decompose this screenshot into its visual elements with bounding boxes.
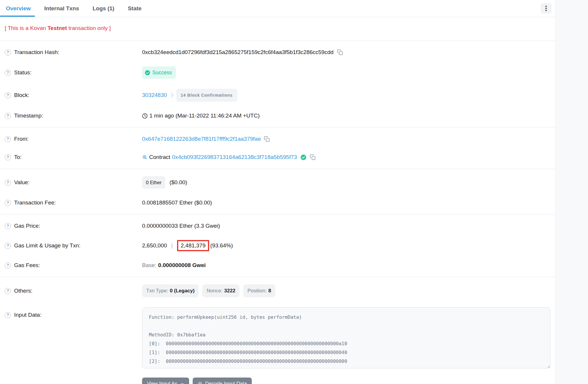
row-input-data: Input Data: Function: performUpkeep(uint… [5, 302, 550, 373]
position-badge: Position:8 [243, 284, 275, 297]
gas-limit-value: 2,650,000 [142, 242, 167, 250]
nonce-value: 3222 [224, 287, 235, 295]
tab-logs[interactable]: Logs (1) [93, 0, 114, 17]
gas-price-label: Gas Price: [14, 222, 40, 230]
help-icon[interactable] [5, 49, 11, 56]
gas-price-value: 0.0000000033 Ether (3.3 Gwei) [142, 222, 220, 230]
to-label: To: [14, 153, 21, 161]
transaction-card: Overview Internal Txns Logs (1) State [ … [0, 0, 555, 384]
row-transaction-hash: Transaction Hash: 0xcb324eedcd1d07296fdf… [5, 43, 550, 61]
tab-state[interactable]: State [128, 0, 141, 17]
page-background-gutter [555, 0, 588, 384]
gas-limit-label: Gas Limit & Usage by Txn: [14, 242, 81, 250]
row-transaction-fee: Transaction Fee: 0.0081885507 Ether ($0.… [5, 194, 550, 212]
position-name: Position: [247, 287, 266, 295]
help-icon[interactable] [5, 70, 11, 76]
copy-txn-hash-button[interactable] [337, 49, 343, 55]
row-status: Status: Success [5, 61, 550, 84]
nonce-badge: Nonce:3222 [202, 284, 239, 297]
row-from: From: 0x647e7168122263d8e7f81f17fff9c2f1… [5, 130, 550, 148]
check-circle-icon [145, 70, 150, 75]
from-label: From: [14, 135, 29, 143]
block-number-link[interactable]: 30324830 [142, 91, 167, 99]
help-icon[interactable] [5, 200, 11, 206]
copy-icon [310, 154, 316, 160]
copy-icon [264, 136, 270, 142]
section-overview-top: Transaction Hash: 0xcb324eedcd1d07296fdf… [0, 41, 555, 127]
kebab-menu-icon [545, 8, 547, 9]
help-icon[interactable] [5, 288, 11, 294]
decode-input-data-label: Decode Input Data [205, 381, 247, 384]
gas-fees-label: Gas Fees: [14, 261, 40, 269]
confirmations-arrow [171, 92, 175, 99]
transaction-fee-label: Transaction Fee: [14, 199, 56, 207]
copy-from-address-button[interactable] [264, 136, 270, 142]
others-label: Others: [14, 287, 32, 295]
transaction-hash-value: 0xcb324eedcd1d07296fdf3d215a2865275f159c… [142, 48, 334, 56]
input-data-label: Input Data: [14, 311, 41, 319]
row-others: Others: Txn Type:0 (Legacy) Nonce:3222 P… [5, 279, 550, 302]
transaction-hash-label: Transaction Hash: [14, 48, 59, 56]
to-address-link[interactable]: 0x4cb093f226983713164a62138c3f718a5b595f… [172, 153, 297, 161]
tab-overview[interactable]: Overview [6, 0, 31, 17]
txn-type-name: Txn Type: [146, 287, 168, 295]
base-fee-value: 0.000000008 Gwei [158, 261, 206, 269]
help-icon[interactable] [5, 136, 11, 142]
more-options-button[interactable] [541, 3, 552, 14]
section-others-input: Others: Txn Type:0 (Legacy) Nonce:3222 P… [0, 277, 555, 376]
help-icon[interactable] [5, 92, 11, 98]
tab-internal-txns[interactable]: Internal Txns [44, 0, 79, 17]
row-timestamp: Timestamp: 1 min ago (Mar-11-2022 11:46:… [5, 107, 550, 125]
timestamp-value: 1 min ago (Mar-11-2022 11:46:24 AM +UTC) [149, 112, 260, 120]
help-icon[interactable] [5, 262, 11, 269]
notice-suffix: transaction only ] [67, 25, 111, 31]
copy-icon [337, 49, 343, 55]
help-icon[interactable] [5, 312, 11, 318]
row-to: To: Contract 0x4cb093f226983713164a62138… [5, 148, 550, 166]
help-icon[interactable] [5, 113, 11, 119]
block-label: Block: [14, 91, 29, 99]
nonce-name: Nonce: [206, 287, 222, 295]
tab-bar: Overview Internal Txns Logs (1) State [0, 0, 555, 17]
view-input-as-button[interactable]: View Input As [142, 378, 189, 384]
position-value: 8 [268, 287, 271, 295]
gas-used-value: 2,481,379 [181, 242, 206, 249]
row-gas-limit-usage: Gas Limit & Usage by Txn: 2,650,000 | 2,… [5, 235, 550, 256]
status-text: Success [152, 68, 172, 77]
gas-used-percent: (93.64%) [210, 242, 233, 250]
help-icon[interactable] [5, 223, 11, 229]
input-data-actions: View Input As Decode Input Data [142, 378, 550, 384]
zoom-in-icon[interactable] [142, 155, 147, 160]
transaction-fee-value: 0.0081885507 Ether ($0.00) [142, 199, 212, 207]
gas-separator: | [171, 242, 173, 250]
help-icon[interactable] [5, 243, 11, 249]
from-address-link[interactable]: 0x647e7168122263d8e7f81f17fff9c2f1aa379f… [142, 135, 261, 143]
copy-to-address-button[interactable] [310, 154, 316, 160]
value-usd: ($0.00) [169, 178, 187, 187]
section-addresses: From: 0x647e7168122263d8e7f81f17fff9c2f1… [0, 128, 555, 169]
ether-value-badge: 0 Ether [142, 176, 165, 189]
notice-bold: Testnet [47, 25, 67, 31]
transaction-details-page: Overview Internal Txns Logs (1) State [ … [0, 0, 588, 384]
value-label: Value: [14, 178, 29, 187]
row-gas-fees: Gas Fees: Base: 0.000000008 Gwei [5, 256, 550, 274]
to-type: Contract [149, 153, 170, 161]
view-input-as-label: View Input As [147, 381, 177, 384]
block-confirmations-badge: 14 Block Confirmations [176, 89, 237, 102]
status-label: Status: [14, 68, 31, 77]
help-icon[interactable] [5, 154, 11, 160]
clock-icon [142, 113, 148, 119]
gas-used-highlight-box: 2,481,379 [177, 240, 209, 251]
section-value-fee: Value: 0 Ether ($0.00) Transaction Fee: … [0, 169, 555, 214]
notice-prefix: [ This is a Kovan [5, 25, 47, 31]
timestamp-label: Timestamp: [14, 112, 43, 120]
status-badge: Success [142, 66, 176, 79]
decode-input-data-button[interactable]: Decode Input Data [193, 378, 252, 384]
decode-gears-icon [198, 381, 202, 384]
row-value: Value: 0 Ether ($0.00) [5, 171, 550, 194]
input-data-textarea[interactable]: Function: performUpkeep(uint256 id, byte… [142, 307, 550, 368]
testnet-notice: [ This is a Kovan Testnet transaction on… [5, 25, 550, 31]
row-gas-price: Gas Price: 0.0000000033 Ether (3.3 Gwei) [5, 217, 550, 235]
help-icon[interactable] [5, 180, 11, 186]
chevron-down-icon [180, 382, 184, 384]
